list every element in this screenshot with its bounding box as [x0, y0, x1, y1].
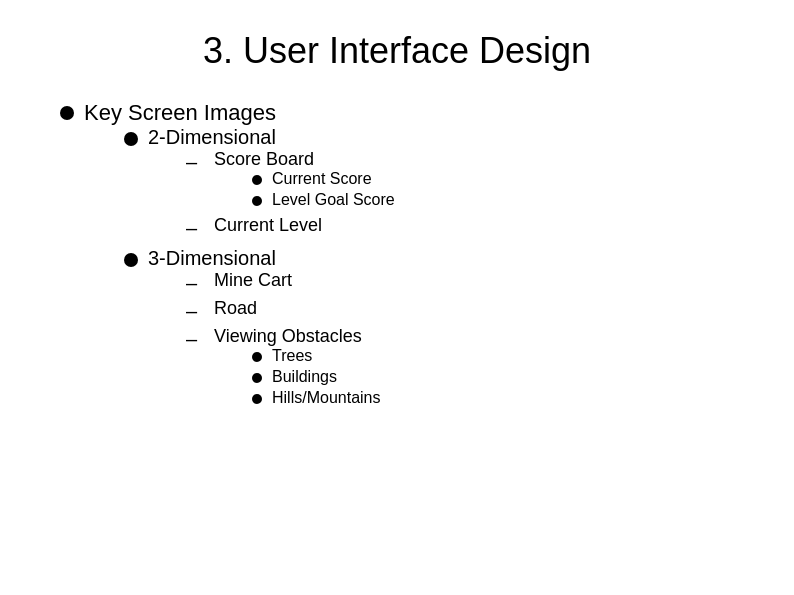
level4-label: Buildings — [272, 368, 337, 386]
dash-icon: – — [186, 272, 206, 295]
level4-item: Buildings — [252, 368, 380, 386]
level4-item: Hills/Mountains — [252, 389, 380, 407]
level4-label: Hills/Mountains — [272, 389, 380, 407]
bullet-small-icon — [252, 175, 262, 185]
level2-list: 2-Dimensional–Score BoardCurrent ScoreLe… — [124, 126, 395, 413]
level2-label: 2-Dimensional — [148, 126, 276, 148]
level3-content: Road — [214, 298, 257, 319]
level1-list: Key Screen Images2-Dimensional–Score Boa… — [60, 100, 744, 417]
level1-label: Key Screen Images — [84, 100, 276, 125]
level4-list: Current ScoreLevel Goal Score — [252, 170, 395, 209]
level3-content: Score BoardCurrent ScoreLevel Goal Score — [214, 149, 395, 212]
level4-list: TreesBuildingsHills/Mountains — [252, 347, 380, 407]
bullet-small-icon — [252, 352, 262, 362]
level3-label: Viewing Obstacles — [214, 326, 362, 346]
content-area: Key Screen Images2-Dimensional–Score Boa… — [50, 100, 744, 417]
bullet-filled-icon — [124, 253, 138, 267]
dash-icon: – — [186, 151, 206, 174]
level3-item: –Current Level — [186, 215, 395, 240]
level3-item: –Viewing ObstaclesTreesBuildingsHills/Mo… — [186, 326, 395, 410]
level4-item: Level Goal Score — [252, 191, 395, 209]
level2-label: 3-Dimensional — [148, 247, 276, 269]
level4-label: Level Goal Score — [272, 191, 395, 209]
level3-label: Current Level — [214, 215, 322, 235]
bullet-filled-icon — [124, 132, 138, 146]
level3-label: Score Board — [214, 149, 314, 169]
level3-content: Current Level — [214, 215, 322, 236]
level1-item: Key Screen Images2-Dimensional–Score Boa… — [60, 100, 744, 417]
level3-content: Viewing ObstaclesTreesBuildingsHills/Mou… — [214, 326, 380, 410]
level3-label: Mine Cart — [214, 270, 292, 290]
level3-label: Road — [214, 298, 257, 318]
dash-icon: – — [186, 300, 206, 323]
level3-item: –Mine Cart — [186, 270, 395, 295]
bullet-small-icon — [252, 196, 262, 206]
level4-label: Trees — [272, 347, 312, 365]
level2-item: 3-Dimensional–Mine Cart–Road–Viewing Obs… — [124, 247, 395, 413]
level1-content: Key Screen Images2-Dimensional–Score Boa… — [84, 100, 395, 417]
level4-item: Current Score — [252, 170, 395, 188]
level4-label: Current Score — [272, 170, 372, 188]
page-title: 3. User Interface Design — [50, 30, 744, 72]
level4-item: Trees — [252, 347, 380, 365]
page-container: 3. User Interface Design Key Screen Imag… — [50, 30, 744, 417]
level3-content: Mine Cart — [214, 270, 292, 291]
level3-list: –Mine Cart–Road–Viewing ObstaclesTreesBu… — [186, 270, 395, 410]
bullet-small-icon — [252, 373, 262, 383]
level3-item: –Score BoardCurrent ScoreLevel Goal Scor… — [186, 149, 395, 212]
bullet-filled-icon — [60, 106, 74, 120]
dash-icon: – — [186, 328, 206, 351]
level2-item: 2-Dimensional–Score BoardCurrent ScoreLe… — [124, 126, 395, 243]
level2-content: 2-Dimensional–Score BoardCurrent ScoreLe… — [148, 126, 395, 243]
level3-item: –Road — [186, 298, 395, 323]
dash-icon: – — [186, 217, 206, 240]
bullet-small-icon — [252, 394, 262, 404]
level3-list: –Score BoardCurrent ScoreLevel Goal Scor… — [186, 149, 395, 240]
level2-content: 3-Dimensional–Mine Cart–Road–Viewing Obs… — [148, 247, 395, 413]
